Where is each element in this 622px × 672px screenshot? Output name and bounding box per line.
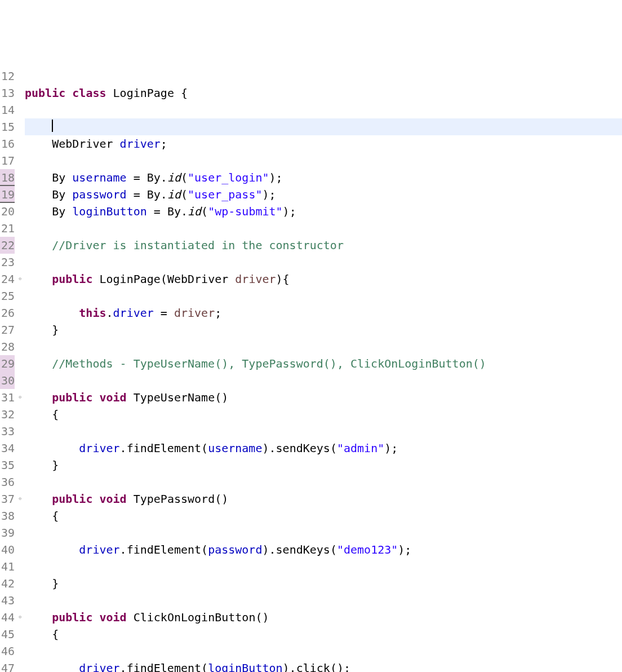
line-number[interactable]: 30 — [0, 372, 15, 389]
line-number[interactable]: 45 — [0, 626, 15, 643]
line-number[interactable]: 36 — [0, 474, 15, 490]
code-token: } — [52, 323, 59, 337]
line-number[interactable]: 34 — [0, 440, 15, 457]
code-line[interactable] — [25, 643, 622, 660]
code-line[interactable]: WebDriver driver; — [25, 135, 622, 152]
code-line[interactable] — [25, 152, 622, 169]
code-token: findElement — [127, 661, 201, 672]
code-line[interactable]: driver.findElement(loginButton).click(); — [25, 660, 622, 672]
line-number[interactable]: 12 — [0, 68, 15, 85]
line-number[interactable]: 25 — [0, 288, 15, 304]
code-token: public — [25, 86, 72, 100]
code-token: ClickOnLoginButton — [134, 611, 256, 624]
code-area[interactable]: public class LoginPage { WebDriver drive… — [16, 68, 622, 672]
code-line[interactable] — [25, 372, 622, 389]
code-editor[interactable]: 12131415161718192021222324⊖2526272829303… — [0, 68, 622, 672]
line-number[interactable]: 17 — [0, 152, 15, 169]
line-number[interactable]: 27 — [0, 321, 15, 338]
code-line[interactable]: public void TypePassword() — [25, 490, 622, 507]
line-number[interactable]: 28 — [0, 338, 15, 355]
line-number[interactable]: 16 — [0, 135, 15, 152]
code-line[interactable]: public void TypeUserName() — [25, 389, 622, 406]
code-token: () — [215, 492, 228, 506]
code-token: password — [208, 543, 262, 556]
code-line[interactable] — [25, 220, 622, 237]
code-line[interactable]: //Methods - TypeUserName(), TypePassword… — [25, 355, 622, 372]
code-token: . — [120, 543, 127, 556]
code-token: By — [52, 171, 72, 184]
code-line[interactable] — [25, 474, 622, 490]
code-line[interactable] — [25, 254, 622, 271]
code-token: public — [52, 391, 99, 404]
code-token: username — [72, 171, 126, 184]
code-line[interactable]: public class LoginPage { — [25, 85, 622, 101]
code-line[interactable]: } — [25, 321, 622, 338]
code-line[interactable] — [25, 558, 622, 575]
line-number[interactable]: 40 — [0, 541, 15, 558]
line-number[interactable]: 35 — [0, 457, 15, 474]
fold-toggle-icon[interactable]: ⊖ — [16, 395, 21, 400]
code-token: ( — [201, 441, 208, 455]
code-line[interactable]: this.driver = driver; — [25, 304, 622, 321]
line-number[interactable]: 33 — [0, 423, 15, 440]
code-line[interactable]: } — [25, 457, 622, 474]
code-line[interactable] — [25, 68, 622, 85]
code-line[interactable]: By username = By.id("user_login"); — [25, 169, 622, 186]
code-line[interactable] — [25, 338, 622, 355]
line-number[interactable]: 38 — [0, 507, 15, 524]
code-line[interactable]: } — [25, 575, 622, 592]
line-number[interactable]: 37⊖ — [0, 490, 15, 507]
code-line[interactable]: { — [25, 507, 622, 524]
code-token: "user_login" — [188, 171, 269, 184]
code-line[interactable]: By loginButton = By.id("wp-submit"); — [25, 203, 622, 220]
line-number[interactable]: 23 — [0, 254, 15, 271]
line-number-gutter: 12131415161718192021222324⊖2526272829303… — [0, 68, 16, 672]
code-token: driver — [120, 137, 161, 151]
line-number[interactable]: 22 — [0, 237, 15, 254]
code-token — [25, 137, 52, 151]
line-number[interactable]: 15 — [0, 118, 15, 135]
line-number[interactable]: 21 — [0, 220, 15, 237]
code-line[interactable]: driver.findElement(username).sendKeys("a… — [25, 440, 622, 457]
line-number[interactable]: 29 — [0, 355, 15, 372]
fold-toggle-icon[interactable]: ⊖ — [16, 614, 21, 620]
code-token — [25, 458, 52, 472]
code-line[interactable] — [25, 423, 622, 440]
code-line[interactable] — [25, 592, 622, 609]
line-number[interactable]: 20 — [0, 203, 15, 220]
line-number[interactable]: 24⊖ — [0, 271, 15, 288]
line-number[interactable]: 19 — [0, 186, 15, 203]
code-line[interactable] — [25, 101, 622, 118]
line-number[interactable]: 31⊖ — [0, 389, 15, 406]
line-number[interactable]: 43 — [0, 592, 15, 609]
line-number[interactable]: 39 — [0, 524, 15, 541]
code-token: . — [161, 171, 167, 184]
code-line[interactable]: public void ClickOnLoginButton() — [25, 609, 622, 626]
line-number[interactable]: 14 — [0, 101, 15, 118]
code-line[interactable] — [25, 524, 622, 541]
line-number[interactable]: 41 — [0, 558, 15, 575]
code-token: ( — [201, 205, 208, 218]
code-line[interactable] — [25, 288, 622, 304]
code-token: void — [99, 391, 133, 404]
code-line[interactable]: public LoginPage(WebDriver driver){ — [25, 271, 622, 288]
code-line[interactable]: { — [25, 406, 622, 423]
line-number[interactable]: 13 — [0, 85, 15, 101]
line-number[interactable]: 47 — [0, 660, 15, 672]
code-line[interactable]: driver.findElement(password).sendKeys("d… — [25, 541, 622, 558]
code-line[interactable]: //Driver is instantiated in the construc… — [25, 237, 622, 254]
line-number[interactable]: 42 — [0, 575, 15, 592]
fold-toggle-icon[interactable]: ⊖ — [16, 496, 21, 502]
code-line[interactable] — [25, 118, 622, 135]
code-token: . — [181, 205, 188, 218]
code-token: this — [79, 306, 106, 320]
line-number[interactable]: 46 — [0, 643, 15, 660]
line-number[interactable]: 32 — [0, 406, 15, 423]
code-line[interactable]: { — [25, 626, 622, 643]
fold-toggle-icon[interactable]: ⊖ — [16, 276, 21, 282]
line-number[interactable]: 26 — [0, 304, 15, 321]
line-number[interactable]: 44⊖ — [0, 609, 15, 626]
line-number[interactable]: 18 — [0, 169, 15, 186]
code-line[interactable]: By password = By.id("user_pass"); — [25, 186, 622, 203]
code-token: (); — [330, 661, 350, 672]
